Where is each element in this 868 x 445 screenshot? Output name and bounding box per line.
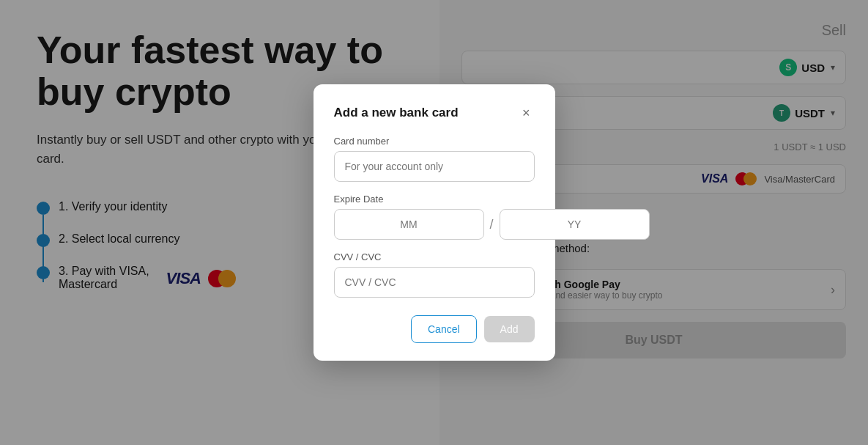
card-number-label: Card number [334, 136, 535, 147]
cvv-label: CVV / CVC [334, 251, 535, 262]
cancel-button[interactable]: Cancel [411, 315, 477, 343]
expire-mm-input[interactable] [334, 209, 484, 240]
add-button[interactable]: Add [484, 316, 535, 342]
expire-date-label: Expire Date [334, 194, 535, 205]
add-bank-card-modal: Add a new bank card × Card number Expire… [314, 84, 555, 361]
card-number-group: Card number [334, 136, 535, 182]
cvv-input[interactable] [334, 267, 535, 298]
modal-header: Add a new bank card × [334, 105, 535, 121]
expire-yy-input[interactable] [500, 209, 650, 240]
expire-date-group: Expire Date / [334, 194, 535, 240]
modal-footer: Cancel Add [334, 315, 535, 343]
expire-row: / [334, 209, 535, 240]
cvv-group: CVV / CVC [334, 251, 535, 298]
modal-title: Add a new bank card [334, 106, 459, 120]
modal-overlay: Add a new bank card × Card number Expire… [0, 0, 868, 445]
modal-close-button[interactable]: × [518, 105, 535, 121]
expire-slash: / [490, 217, 494, 232]
card-number-input[interactable] [334, 151, 535, 182]
